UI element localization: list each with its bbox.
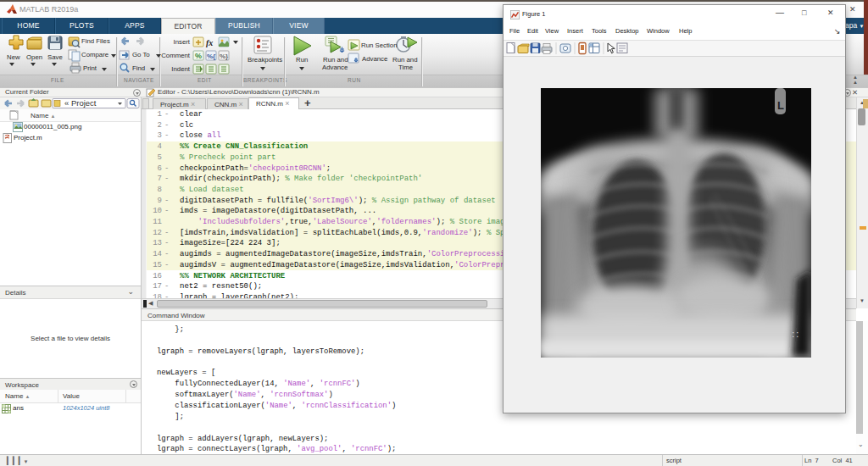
svg-text:⸬: ⸬	[793, 330, 798, 339]
svg-text:L: L	[777, 99, 784, 112]
svg-text:%}: %}	[220, 53, 228, 60]
svg-text:« Project: « Project	[64, 98, 97, 108]
svg-text:%: %	[195, 52, 202, 60]
svg-text:fx: fx	[206, 38, 213, 47]
svg-text:%{: %{	[207, 53, 215, 60]
